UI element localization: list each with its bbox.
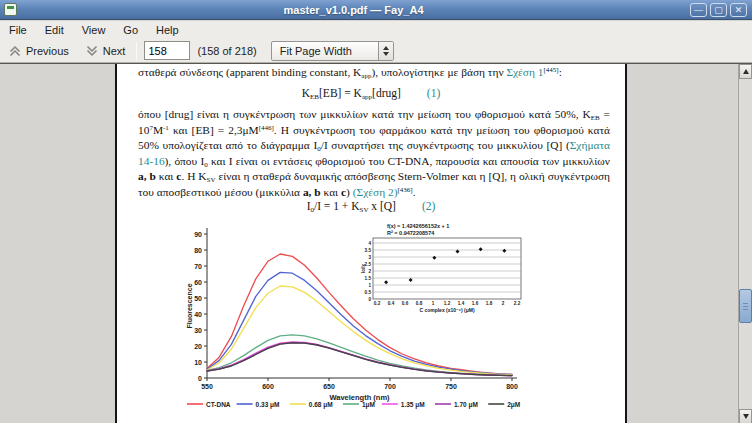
- cross-reference-link[interactable]: (1): [427, 87, 440, 99]
- svg-text:2μΜ: 2μΜ: [507, 401, 520, 409]
- next-label: Next: [103, 45, 126, 57]
- svg-text:3.5: 3.5: [365, 248, 372, 253]
- cross-reference-link[interactable]: (Σχέση 2): [353, 186, 398, 198]
- spinner-arrows-icon[interactable]: [378, 42, 393, 60]
- page-count-label: (158 of 218): [197, 45, 256, 57]
- scroll-up-button[interactable]: [739, 64, 752, 79]
- fluorescence-figure: 0102030405060708090550600650700750800Flu…: [185, 216, 527, 414]
- svg-text:600: 600: [262, 383, 274, 390]
- svg-text:Io/Ix: Io/Ix: [361, 263, 366, 273]
- svg-text:2.2: 2.2: [514, 301, 521, 306]
- svg-text:90: 90: [194, 231, 202, 238]
- svg-text:700: 700: [384, 383, 396, 390]
- menu-help[interactable]: Help: [147, 22, 188, 38]
- svg-text:1.35 μM: 1.35 μM: [401, 401, 425, 409]
- page-number-input[interactable]: [144, 41, 190, 60]
- svg-text:20: 20: [194, 343, 202, 350]
- svg-text:0: 0: [198, 375, 202, 382]
- close-button[interactable]: ✕: [730, 3, 747, 17]
- scroll-down-button[interactable]: [739, 409, 752, 423]
- svg-text:f(x) = 1.4242656152x + 1: f(x) = 1.4242656152x + 1: [387, 223, 449, 229]
- svg-text:0: 0: [368, 297, 371, 302]
- menu-file[interactable]: File: [0, 22, 36, 38]
- svg-text:0.5: 0.5: [365, 290, 372, 295]
- svg-text:30: 30: [194, 327, 202, 334]
- svg-text:C complex (x10⁻⁶) (μΜ): C complex (x10⁻⁶) (μΜ): [419, 307, 475, 313]
- arrow-up-icon: [743, 69, 749, 74]
- document-page: σταθερά σύνδεσης (apparent binding const…: [115, 64, 627, 423]
- svg-text:0.68 μM: 0.68 μM: [309, 401, 333, 409]
- maximize-button[interactable]: ▢: [710, 3, 727, 17]
- previous-button[interactable]: Previous: [0, 41, 77, 61]
- svg-text:2: 2: [502, 301, 505, 306]
- svg-text:0.4: 0.4: [388, 301, 395, 306]
- svg-text:CT-DNA: CT-DNA: [206, 401, 231, 408]
- cross-reference-link[interactable]: Σχέση 1: [506, 66, 543, 78]
- svg-text:800: 800: [506, 383, 518, 390]
- fluorescence-chart: 0102030405060708090550600650700750800Flu…: [185, 216, 527, 414]
- svg-text:40: 40: [194, 311, 202, 318]
- svg-text:1: 1: [368, 283, 371, 288]
- zoom-mode-select[interactable]: Fit Page Width: [271, 41, 394, 61]
- titlebar: master_v1.0.pdf — Fay_A4 — ▢ ✕: [0, 0, 752, 20]
- next-button[interactable]: Next: [77, 41, 134, 61]
- stern-volmer-inset: 00.511.522.533.540.20.40.60.811.21.41.61…: [361, 223, 521, 313]
- svg-text:1.70 μM: 1.70 μM: [454, 401, 478, 409]
- pdf-viewer-window: master_v1.0.pdf — Fay_A4 — ▢ ✕ File Edit…: [0, 0, 752, 423]
- scrollbar-thumb[interactable]: [739, 289, 752, 323]
- equation-2: I0/I = 1 + KSV x [Q](2): [117, 200, 625, 212]
- menubar: File Edit View Go Help: [0, 21, 752, 39]
- svg-text:2: 2: [368, 269, 371, 274]
- previous-label: Previous: [26, 45, 69, 57]
- svg-text:R² = 0.9472208574: R² = 0.9472208574: [387, 230, 435, 236]
- svg-text:3: 3: [368, 255, 371, 260]
- app-icon: [4, 3, 17, 16]
- double-chevron-up-icon: [8, 44, 22, 58]
- toolbar: Previous Next (158 of 218) Fit Page Widt…: [0, 39, 752, 63]
- svg-text:60: 60: [194, 279, 202, 286]
- zoom-mode-label: Fit Page Width: [272, 45, 378, 57]
- svg-text:550: 550: [201, 383, 213, 390]
- svg-text:1.2: 1.2: [444, 301, 451, 306]
- svg-text:1.5: 1.5: [365, 276, 372, 281]
- svg-text:750: 750: [445, 383, 457, 390]
- menu-edit[interactable]: Edit: [36, 22, 73, 38]
- equation-1: KEB[EB] = Kapp[drug](1): [117, 87, 625, 99]
- svg-text:0.33 μM: 0.33 μM: [256, 401, 280, 409]
- vertical-scrollbar[interactable]: [738, 64, 752, 423]
- svg-text:70: 70: [194, 263, 202, 270]
- svg-text:Fluorescence: Fluorescence: [186, 283, 193, 328]
- svg-text:650: 650: [323, 383, 335, 390]
- svg-text:1.8: 1.8: [486, 301, 493, 306]
- document-view[interactable]: σταθερά σύνδεσης (apparent binding const…: [0, 63, 752, 423]
- svg-text:0.6: 0.6: [402, 301, 409, 306]
- menu-view[interactable]: View: [73, 22, 115, 38]
- svg-text:80: 80: [194, 247, 202, 254]
- svg-text:0.8: 0.8: [416, 301, 423, 306]
- body-paragraph: όπου [drug] είναι η συγκέντρωση των μικκ…: [138, 107, 610, 201]
- svg-text:1.4: 1.4: [458, 301, 465, 306]
- double-chevron-down-icon: [85, 44, 99, 58]
- svg-text:0.2: 0.2: [374, 301, 381, 306]
- svg-text:4: 4: [368, 241, 371, 246]
- svg-text:1.6: 1.6: [472, 301, 479, 306]
- svg-text:50: 50: [194, 295, 202, 302]
- body-line-1: σταθερά σύνδεσης (apparent binding const…: [138, 65, 610, 80]
- arrow-down-icon: [743, 414, 749, 419]
- window-title: master_v1.0.pdf — Fay_A4: [17, 4, 690, 16]
- svg-text:1μΜ: 1μΜ: [362, 401, 375, 409]
- minimize-button[interactable]: —: [690, 3, 707, 17]
- svg-text:Wavelength (nm): Wavelength (nm): [329, 393, 390, 402]
- svg-text:10: 10: [194, 359, 202, 366]
- cross-reference-link[interactable]: (2): [422, 200, 435, 212]
- toolbar-separator: [136, 42, 137, 60]
- svg-text:1: 1: [432, 301, 435, 306]
- menu-go[interactable]: Go: [114, 22, 147, 38]
